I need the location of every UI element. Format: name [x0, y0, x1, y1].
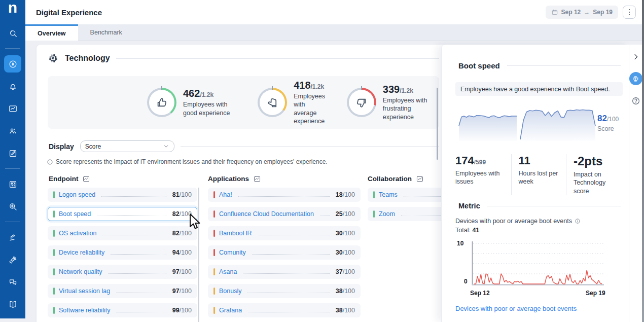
card-scrollbar-thumb[interactable] [437, 88, 438, 160]
dotted-leader [116, 293, 166, 293]
date-range-end: Sep 19 [593, 9, 613, 16]
detail-stat-value: 174 [455, 154, 474, 167]
metric-label[interactable]: Bonusly [219, 288, 241, 295]
chip-icon [48, 53, 59, 64]
metric-label[interactable]: Comunity [219, 249, 246, 256]
metric-label[interactable]: Network quality [59, 268, 102, 275]
detail-stats-row: 174/599Employees with issues11Hours lost… [455, 154, 624, 195]
metric-row[interactable]: Network quality97/100 [48, 265, 197, 279]
metric-label[interactable]: Teams [379, 191, 398, 198]
divider [487, 206, 621, 206]
dotted-leader [320, 216, 330, 216]
sidebar-item-experience-central[interactable] [4, 55, 21, 73]
metric-label[interactable]: Zoom [379, 210, 395, 218]
metric-row[interactable]: Asana37/100 [208, 265, 361, 279]
sidebar-divider [5, 222, 20, 222]
sidebar-item-alerts[interactable] [4, 78, 21, 95]
sidebar-item-applications[interactable] [4, 175, 21, 193]
metric-label[interactable]: Asana [219, 268, 237, 275]
score-trend-chart-segment-2 [520, 102, 596, 141]
metric-row[interactable]: Comunity30/100 [208, 245, 361, 260]
date-range-arrow: → [584, 9, 590, 16]
date-range-picker[interactable]: Sep 12 → Sep 19 [546, 6, 618, 19]
metric-score: 82/100 [172, 230, 192, 237]
sidebar-item-library[interactable] [4, 296, 21, 313]
technology-rail-button[interactable] [629, 72, 642, 85]
score-label: Score [597, 125, 619, 132]
boot-events-link[interactable]: Devices with poor or average boot events [455, 305, 577, 312]
metric-label[interactable]: OS activation [59, 230, 96, 237]
metric-row[interactable]: Confluence Cloud Documentation25/100 [208, 207, 361, 221]
sidebar-item-amplify[interactable] [4, 251, 21, 268]
sidebar-item-ai-search[interactable] [4, 24, 21, 42]
detail-stat-value: -2pts [574, 154, 602, 168]
app-logo[interactable]: n [0, 0, 25, 18]
experience-stat: 462/1.2kEmployees with good experience [147, 88, 239, 117]
tab-benchmark[interactable]: Benchmark [78, 24, 134, 41]
chip-icon [632, 75, 639, 83]
metric-label[interactable]: Virtual session lag [59, 288, 110, 295]
x-axis-tick: Sep 12 [470, 290, 490, 297]
metric-row[interactable]: Grafana38/100 [208, 303, 361, 317]
endpoint-column-title: Endpoint [49, 175, 78, 183]
tab-bar: Overview Benchmark [25, 24, 644, 41]
collapse-panel-chevron-icon[interactable] [632, 53, 640, 61]
help-icon[interactable] [631, 96, 640, 105]
sidebar-item-dashboards[interactable] [4, 100, 21, 117]
stat-denominator: /1.2k [200, 91, 213, 98]
boot-events-chart [471, 241, 604, 286]
trend-chart-icon[interactable] [82, 175, 90, 183]
list-scrollbar[interactable] [198, 188, 199, 322]
metric-label[interactable]: Aha! [219, 191, 232, 198]
trend-chart-icon[interactable] [253, 175, 261, 183]
metric-score: 25/100 [336, 210, 355, 218]
trend-chart-icon[interactable] [416, 175, 424, 183]
metric-label[interactable]: Logon speed [59, 191, 95, 198]
experience-ring [347, 88, 376, 117]
sidebar-item-engage[interactable] [4, 273, 21, 291]
metric-label[interactable]: Confluence Cloud Documentation [219, 210, 314, 218]
x-axis-tick: Sep 19 [586, 290, 605, 297]
metric-row[interactable]: Bonusly38/100 [208, 284, 361, 298]
metric-row[interactable]: Device reliability94/100 [48, 245, 197, 260]
metric-label[interactable]: Software reliability [59, 307, 110, 314]
dotted-leader [248, 312, 330, 312]
applications-metric-list: Aha!18/100Confluence Cloud Documentation… [208, 188, 361, 317]
metric-chart-title: Devices with poor or average boot events [455, 218, 572, 225]
stat-value: 418 [294, 80, 310, 91]
sidebar-item-personas[interactable] [4, 122, 21, 139]
metric-row[interactable]: Software reliability99/100 [48, 303, 197, 317]
divider [116, 58, 439, 59]
experience-stat: 418/1.2kEmployees with average experienc… [258, 80, 329, 125]
metric-score: 94/100 [172, 249, 192, 256]
score-level-bar [53, 249, 55, 256]
metric-label[interactable]: Device reliability [59, 249, 104, 256]
sidebar-item-investigations[interactable] [4, 198, 21, 215]
score-level-bar [213, 288, 215, 295]
display-select[interactable]: Score [80, 140, 174, 152]
metric-label[interactable]: Grafana [219, 307, 242, 314]
metric-row[interactable]: Virtual session lag97/100 [48, 284, 197, 298]
dotted-leader [243, 273, 329, 274]
metric-label[interactable]: BambooHR [219, 230, 252, 237]
more-options-button[interactable] [623, 6, 636, 19]
experience-ring [147, 88, 176, 117]
sidebar-item-campaigns[interactable] [4, 145, 21, 162]
metric-row[interactable]: Aha!18/100 [208, 188, 361, 202]
metric-score: 38/100 [336, 288, 355, 295]
tab-overview[interactable]: Overview [25, 24, 78, 41]
stat-denominator: /1.2k [311, 83, 325, 90]
stat-label: Employees with good experience [183, 100, 239, 117]
metric-label[interactable]: Boot speed [59, 210, 91, 218]
metric-score: 99/100 [172, 307, 192, 314]
experience-summary-panel: 462/1.2kEmployees with good experience41… [48, 76, 439, 129]
dotted-leader [108, 273, 166, 274]
metric-row[interactable]: Boot speed82/100 [48, 207, 197, 221]
sidebar-item-remote-actions[interactable] [4, 229, 21, 246]
score-trend-sparklines [458, 100, 596, 141]
metric-row[interactable]: BambooHR30/100 [208, 226, 361, 240]
detail-stat: -2ptsImpact on Technology score [566, 154, 624, 195]
metric-row[interactable]: Logon speed81/100 [48, 188, 197, 202]
score-level-bar [373, 191, 375, 198]
metric-row[interactable]: OS activation82/100 [48, 226, 197, 240]
